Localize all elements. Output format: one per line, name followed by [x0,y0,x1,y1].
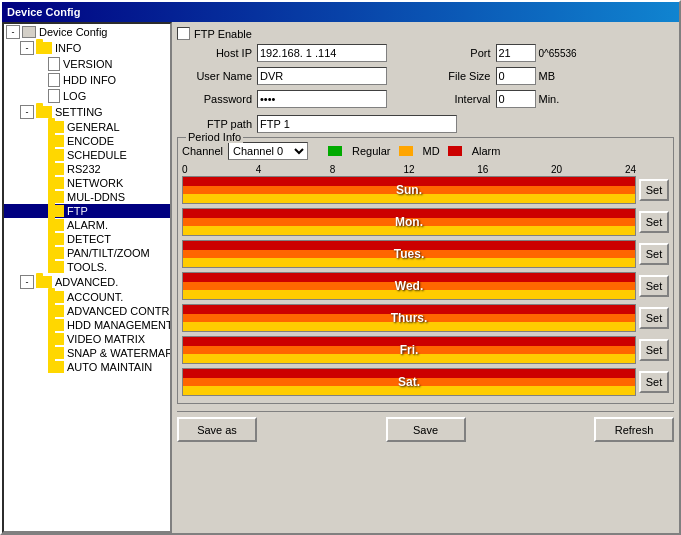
sidebar-item-version[interactable]: VERSION [4,56,170,72]
host-ip-input[interactable] [257,44,387,62]
user-name-row: User Name [177,67,421,85]
sidebar-item-snap-watermark[interactable]: SNAP & WATERMARK [4,346,170,360]
sidebar-item-tools[interactable]: TOOLS. [4,260,170,274]
expand-icon: - [20,275,34,289]
sidebar-item-label: INFO [55,42,81,54]
ftp-path-input[interactable] [257,115,457,133]
sidebar-item-auto-maintain[interactable]: AUTO MAINTAIN [4,360,170,374]
user-name-label: User Name [177,70,257,82]
sidebar-item-label: SCHEDULE [67,149,127,161]
set-button-fri[interactable]: Set [639,339,669,361]
sidebar-item-label: MUL-DDNS [67,191,125,203]
folder-icon [36,106,52,118]
channel-select[interactable]: Channel 0 Channel 1 Channel 2 Channel 3 [228,142,308,160]
bottom-buttons: Save as Save Refresh [177,411,674,442]
sidebar-item-schedule[interactable]: SCHEDULE [4,148,170,162]
sidebar-item-label: VERSION [63,58,113,70]
day-label-mon: Mon. [183,215,635,229]
channel-legend-row: Channel Channel 0 Channel 1 Channel 2 Ch… [182,142,669,160]
sidebar-item-label: HDD INFO [63,74,116,86]
file-size-input[interactable] [496,67,536,85]
host-ip-row: Host IP [177,44,421,62]
sidebar-item-setting[interactable]: -SETTING [4,104,170,120]
sidebar-item-general[interactable]: GENERAL [4,120,170,134]
port-row: Port 0^65536 [431,44,675,62]
refresh-button[interactable]: Refresh [594,417,674,442]
sidebar-item-advanced-control[interactable]: ADVANCED CONTROL. [4,304,170,318]
day-label-tues: Tues. [183,247,635,261]
computer-icon [22,26,36,38]
ftp-path-row: FTP path [177,115,674,133]
sidebar-item-alarm[interactable]: ALARM. [4,218,170,232]
schedule-grid: Sun.SetMon.SetTues.SetWed.SetThurs.SetFr… [182,175,669,399]
sidebar-item-label: Device Config [39,26,107,38]
channel-label: Channel [182,145,223,157]
sidebar-item-label: HDD MANAGEMENT [67,319,172,331]
sidebar-item-label: SNAP & WATERMARK [67,347,172,359]
day-label-wed: Wed. [183,279,635,293]
set-button-mon[interactable]: Set [639,211,669,233]
set-button-sat[interactable]: Set [639,371,669,393]
interval-input[interactable] [496,90,536,108]
schedule-row-fri: Fri.Set [182,335,669,365]
schedule-row-sat: Sat.Set [182,367,669,397]
day-bar-sat[interactable]: Sat. [182,368,636,396]
legend: Regular MD Alarm [328,145,500,157]
sidebar-item-hdd-info[interactable]: HDD INFO [4,72,170,88]
day-bar-thurs[interactable]: Thurs. [182,304,636,332]
sidebar-item-label: TOOLS. [67,261,107,273]
expand-icon: - [20,41,34,55]
day-label-fri: Fri. [183,343,635,357]
alarm-legend-label: Alarm [472,145,501,157]
sidebar-item-ftp[interactable]: FTP [4,204,170,218]
sidebar-item-encode[interactable]: ENCODE [4,134,170,148]
main-window: Device Config -Device Config-INFOVERSION… [0,0,681,535]
interval-row: Interval Min. [431,90,675,108]
day-bar-sun[interactable]: Sun. [182,176,636,204]
ftp-enable-label: FTP Enable [194,28,252,40]
save-button[interactable]: Save [386,417,466,442]
set-button-thurs[interactable]: Set [639,307,669,329]
set-button-tues[interactable]: Set [639,243,669,265]
day-label-sun: Sun. [183,183,635,197]
sidebar-item-rs232[interactable]: RS232 [4,162,170,176]
sidebar-item-pan-tilt-zoom[interactable]: PAN/TILT/ZOOM [4,246,170,260]
password-input[interactable] [257,90,387,108]
sidebar-item-advanced[interactable]: -ADVANCED. [4,274,170,290]
save-as-button[interactable]: Save as [177,417,257,442]
sidebar-item-hdd-management[interactable]: HDD MANAGEMENT [4,318,170,332]
sidebar-item-label: ENCODE [67,135,114,147]
sidebar-item-label: ADVANCED. [55,276,118,288]
sidebar-item-account[interactable]: ACCOUNT. [4,290,170,304]
doc-icon [48,89,60,103]
timeline-ruler: 0 4 8 12 16 20 24 [182,164,669,175]
folder-icon [48,361,64,373]
sidebar-item-device-config[interactable]: -Device Config [4,24,170,40]
port-input[interactable] [496,44,536,62]
ftp-enable-checkbox[interactable] [177,27,190,40]
user-name-input[interactable] [257,67,387,85]
port-range: 0^65536 [539,48,577,59]
set-button-wed[interactable]: Set [639,275,669,297]
sidebar-item-label: ACCOUNT. [67,291,123,303]
day-bar-wed[interactable]: Wed. [182,272,636,300]
sidebar-item-network[interactable]: NETWORK [4,176,170,190]
sidebar-item-label: VIDEO MATRIX [67,333,145,345]
sidebar-item-label: PAN/TILT/ZOOM [67,247,150,259]
sidebar-item-detect[interactable]: DETECT [4,232,170,246]
sidebar-item-log[interactable]: LOG [4,88,170,104]
sidebar-item-mul-ddns[interactable]: MUL-DDNS [4,190,170,204]
sidebar: -Device Config-INFOVERSIONHDD INFOLOG-SE… [2,22,172,533]
title-bar: Device Config [2,2,679,22]
period-group-label: Period Info [186,131,243,143]
sidebar-item-label: RS232 [67,163,101,175]
file-size-row: File Size MB [431,67,675,85]
schedule-row-wed: Wed.Set [182,271,669,301]
set-button-sun[interactable]: Set [639,179,669,201]
sidebar-item-video-matrix[interactable]: VIDEO MATRIX [4,332,170,346]
port-label: Port [431,47,496,59]
day-bar-fri[interactable]: Fri. [182,336,636,364]
day-bar-mon[interactable]: Mon. [182,208,636,236]
day-bar-tues[interactable]: Tues. [182,240,636,268]
sidebar-item-info[interactable]: -INFO [4,40,170,56]
